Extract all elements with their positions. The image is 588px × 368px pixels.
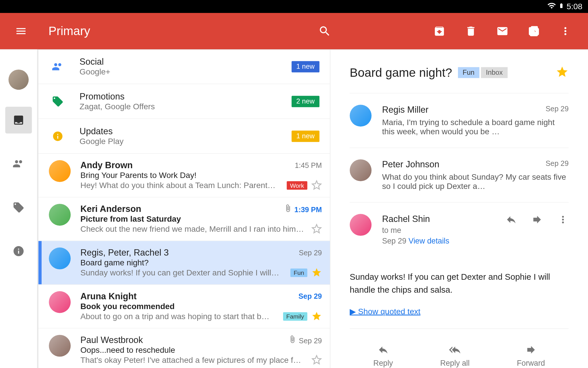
rail-inbox-icon[interactable] — [5, 107, 32, 133]
label-chip[interactable]: Fun — [458, 67, 479, 78]
trash-icon[interactable] — [461, 22, 481, 41]
sender-avatar[interactable] — [350, 214, 372, 236]
message-body: Sunday works! If you can get Dexter and … — [350, 271, 568, 296]
reply-button[interactable]: Reply — [373, 344, 393, 368]
app-bar: Primary — [0, 13, 588, 49]
label-chip: Family — [283, 312, 307, 321]
clock-text: 5:08 — [567, 2, 583, 11]
forward-icon[interactable] — [531, 214, 543, 227]
star-icon[interactable] — [311, 311, 322, 322]
sender-avatar[interactable] — [49, 204, 71, 226]
reply-all-button[interactable]: Reply all — [440, 344, 470, 368]
attachment-icon — [288, 337, 296, 345]
label-chip: Fun — [291, 268, 307, 277]
sender-avatar[interactable] — [350, 105, 372, 126]
message-row[interactable]: Paul Westbrook Sep 29 Oops...need to res… — [38, 328, 330, 368]
show-quoted-link[interactable]: ▶ Show quoted text — [350, 306, 420, 316]
message-row[interactable]: Andy Brown 1:45 PM Bring Your Parents to… — [38, 154, 330, 198]
sender-avatar[interactable] — [49, 291, 71, 313]
archive-icon[interactable] — [430, 22, 449, 41]
sender-avatar[interactable] — [49, 248, 71, 269]
category-social[interactable]: SocialGoogle+ 1 new — [38, 49, 330, 84]
battery-icon — [558, 1, 564, 12]
category-updates[interactable]: UpdatesGoogle Play 1 new — [38, 119, 330, 154]
search-icon[interactable] — [315, 22, 334, 41]
forward-button[interactable]: Forward — [517, 344, 545, 368]
star-icon[interactable] — [311, 267, 322, 278]
info-icon — [49, 127, 67, 145]
badge: 1 new — [291, 131, 320, 142]
sender-avatar[interactable] — [49, 160, 71, 182]
message-row[interactable]: Regis, Peter, Rachel 3 Sep 29 Board game… — [38, 241, 330, 285]
status-bar: 5:08 — [0, 0, 588, 13]
more-icon[interactable] — [556, 22, 575, 41]
detail-subject: Board game night? — [350, 66, 452, 80]
badge: 1 new — [291, 61, 320, 72]
thread-message[interactable]: Regis MillerSep 29 Maria, I'm trying to … — [350, 93, 568, 148]
expanded-recipient: to me — [382, 226, 449, 235]
star-icon[interactable] — [311, 355, 322, 365]
expanded-meta: Sep 29 View details — [382, 237, 449, 246]
category-promotions[interactable]: PromotionsZagat, Google Offers 2 new — [38, 84, 330, 119]
expanded-sender: Rachel Shin — [382, 214, 449, 225]
side-rail: 5 10 — [0, 49, 37, 368]
rail-social-icon[interactable] — [5, 150, 32, 177]
wifi-icon — [547, 1, 556, 12]
message-row[interactable]: Keri Anderson 1:39 PM Picture from last … — [38, 197, 330, 241]
mark-unread-icon[interactable] — [493, 22, 512, 41]
star-icon[interactable] — [556, 66, 568, 80]
label-chip: Work — [287, 181, 307, 189]
sender-avatar[interactable] — [49, 335, 71, 357]
view-details-link[interactable]: View details — [409, 237, 449, 245]
message-list[interactable]: SocialGoogle+ 1 new PromotionsZagat, Goo… — [37, 49, 330, 368]
move-to-icon[interactable] — [524, 22, 544, 41]
message-more-icon[interactable] — [557, 214, 568, 227]
attachment-icon — [284, 206, 292, 214]
account-avatar[interactable] — [9, 70, 29, 90]
rail-updates-icon[interactable] — [5, 238, 32, 264]
star-icon[interactable] — [311, 224, 322, 234]
tag-icon — [49, 92, 67, 110]
thread-message[interactable]: Peter JohnsonSep 29 What do you think ab… — [350, 148, 568, 203]
label-chip[interactable]: Inbox — [481, 67, 508, 78]
reply-icon[interactable] — [506, 214, 517, 227]
message-detail: Board game night? Fun Inbox Regis Miller… — [330, 49, 588, 368]
message-row[interactable]: Aruna Knight Sep 29 Book you recommended… — [38, 285, 330, 328]
star-icon[interactable] — [311, 180, 322, 191]
people-icon — [49, 57, 67, 75]
hamburger-icon[interactable] — [11, 22, 31, 41]
badge: 2 new — [291, 96, 320, 107]
sender-avatar[interactable] — [350, 159, 372, 181]
rail-promotions-icon[interactable] — [5, 194, 32, 221]
page-title: Primary — [49, 24, 90, 38]
